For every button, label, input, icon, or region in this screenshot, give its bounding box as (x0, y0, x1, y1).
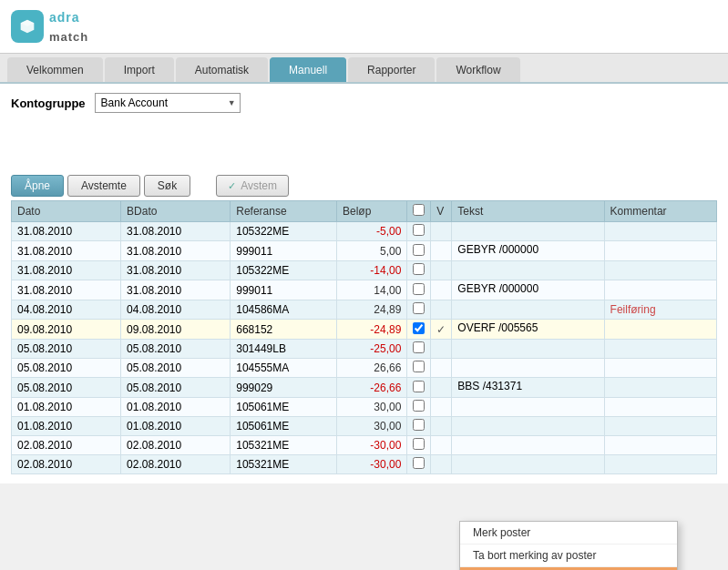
cell-tekst (452, 398, 604, 417)
cell-tekst (452, 222, 604, 241)
cell-v (431, 455, 452, 474)
cell-kommentar (604, 378, 716, 398)
tab-velkommen[interactable]: Velkommen (7, 57, 103, 82)
kontogruppe-select[interactable]: Bank Account (95, 93, 241, 113)
row-checkbox[interactable] (413, 457, 425, 469)
row-checkbox[interactable] (413, 283, 425, 295)
tab-automatisk[interactable]: Automatisk (176, 57, 268, 82)
cell-ref: 105321ME (231, 455, 337, 474)
table-row: 31.08.2010 31.08.2010 999011 14,00 GEBYR… (12, 280, 717, 300)
cell-checkbox[interactable] (407, 378, 431, 398)
row-checkbox[interactable] (413, 361, 425, 372)
cell-checkbox[interactable] (407, 455, 431, 474)
cell-ref: 105322ME (231, 261, 337, 280)
check-icon: ✓ (228, 180, 236, 192)
cell-bdato: 05.08.2010 (121, 340, 231, 359)
tab-import[interactable]: Import (105, 57, 174, 82)
cell-kommentar (604, 417, 716, 436)
cell-tekst (452, 261, 604, 280)
cell-v (431, 436, 452, 455)
row-checkbox[interactable] (413, 224, 425, 236)
avstem-button[interactable]: ✓ Avstem (216, 175, 289, 197)
cell-checkbox[interactable] (407, 417, 431, 436)
cell-ref: 105321ME (231, 436, 337, 455)
cell-belop: -24,89 (337, 320, 407, 340)
cell-checkbox[interactable] (407, 340, 431, 359)
cell-ref: 999011 (231, 241, 337, 261)
cell-checkbox[interactable] (407, 320, 431, 340)
cell-v (431, 398, 452, 417)
row-checkbox[interactable] (413, 322, 425, 334)
cell-checkbox[interactable] (407, 300, 431, 320)
cell-kommentar (604, 222, 716, 241)
cell-dato: 04.08.2010 (12, 300, 121, 320)
table-row: 31.08.2010 31.08.2010 105322ME -5,00 (12, 222, 717, 241)
row-checkbox[interactable] (413, 419, 425, 431)
row-checkbox[interactable] (413, 341, 425, 353)
cell-checkbox[interactable] (407, 436, 431, 455)
cell-tekst (452, 300, 604, 320)
cell-dato: 09.08.2010 (12, 320, 121, 340)
logo-text: adra match (49, 7, 88, 46)
row-checkbox[interactable] (413, 302, 425, 314)
row-checkbox[interactable] (413, 263, 425, 275)
cell-v (431, 417, 452, 436)
cell-tekst: GEBYR /000000 (452, 280, 604, 300)
context-menu: Merk poster Ta bort merking av poster Er… (459, 521, 678, 570)
cell-belop: 26,66 (337, 359, 407, 378)
cell-bdato: 05.08.2010 (121, 378, 231, 398)
cell-ref: 999029 (231, 378, 337, 398)
col-referanse: Referanse (231, 201, 337, 222)
cell-tekst (452, 340, 604, 359)
col-checkbox (407, 201, 431, 222)
cell-checkbox[interactable] (407, 398, 431, 417)
cell-v (431, 280, 452, 300)
col-tekst: Tekst (452, 201, 604, 222)
main-content: Kontogruppe Bank Account Åpne Avstemte S… (0, 84, 728, 483)
table-row: 02.08.2010 02.08.2010 105321ME -30,00 (12, 455, 717, 474)
cell-kommentar (604, 340, 716, 359)
row-checkbox[interactable] (413, 244, 425, 256)
cell-checkbox[interactable] (407, 261, 431, 280)
sok-button[interactable]: Søk (144, 175, 190, 197)
tab-workflow[interactable]: Workflow (436, 57, 519, 82)
open-button[interactable]: Åpne (11, 175, 64, 197)
cell-checkbox[interactable] (407, 280, 431, 300)
tab-rapporter[interactable]: Rapporter (348, 57, 435, 82)
table-row: 31.08.2010 31.08.2010 105322ME -14,00 (12, 261, 717, 280)
col-kommentar: Kommentar (604, 201, 716, 222)
tab-manuell[interactable]: Manuell (270, 57, 346, 82)
row-checkbox[interactable] (413, 438, 425, 450)
cell-bdato: 31.08.2010 (121, 261, 231, 280)
cell-tekst (452, 436, 604, 455)
cell-kommentar: Feilføring (604, 300, 716, 320)
row-checkbox[interactable] (413, 381, 425, 392)
cell-v (431, 359, 452, 378)
table-row: 31.08.2010 31.08.2010 999011 5,00 GEBYR … (12, 241, 717, 261)
ctx-merk[interactable]: Merk poster (460, 522, 677, 545)
col-belop: Beløp (337, 201, 407, 222)
avstemte-button[interactable]: Avstemte (67, 175, 140, 197)
kontogruppe-select-wrapper: Bank Account (95, 93, 241, 113)
kontogruppe-row: Kontogruppe Bank Account (11, 93, 717, 113)
cell-bdato: 01.08.2010 (121, 417, 231, 436)
cell-kommentar (604, 241, 716, 261)
toolbar: Åpne Avstemte Søk ✓ Avstem (11, 175, 717, 197)
kontogruppe-label: Kontogruppe (11, 97, 86, 110)
cell-ref: 105061ME (231, 417, 337, 436)
table-row: 05.08.2010 05.08.2010 104555MA 26,66 (12, 359, 717, 378)
cell-bdato: 05.08.2010 (121, 359, 231, 378)
cell-checkbox[interactable] (407, 222, 431, 241)
logo: adra match (11, 7, 88, 46)
row-checkbox[interactable] (413, 400, 425, 412)
table-row: 05.08.2010 05.08.2010 999029 -26,66 BBS … (12, 378, 717, 398)
table-row: 04.08.2010 04.08.2010 104586MA 24,89 Fei… (12, 300, 717, 320)
cell-dato: 02.08.2010 (12, 455, 121, 474)
cell-belop: 30,00 (337, 398, 407, 417)
cell-checkbox[interactable] (407, 359, 431, 378)
header-checkbox[interactable] (413, 204, 425, 216)
cell-ref: 105061ME (231, 398, 337, 417)
cell-v (431, 378, 452, 398)
cell-checkbox[interactable] (407, 241, 431, 261)
ctx-ta-bort[interactable]: Ta bort merking av poster (460, 545, 677, 567)
